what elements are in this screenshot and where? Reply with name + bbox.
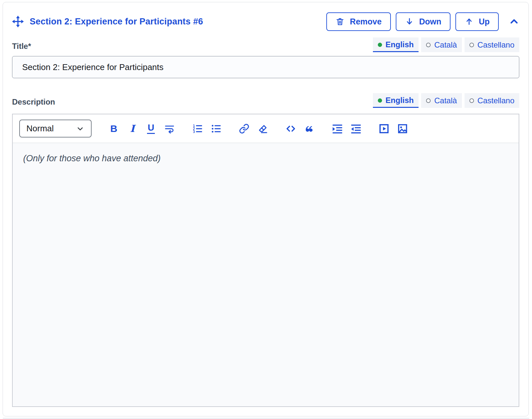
section-header-actions: Remove Down Up (326, 12, 519, 31)
lang-tab-label: English (386, 40, 414, 49)
description-language-tabs: English Català Castellano (373, 93, 519, 108)
blockquote-icon (304, 123, 315, 134)
section-header-left: Section 2: Experience for Participants #… (12, 16, 203, 27)
remove-button-label: Remove (350, 17, 381, 26)
empty-circle-icon (426, 98, 431, 103)
chevron-down-icon (76, 124, 84, 133)
format-select[interactable]: Normal (19, 120, 92, 137)
section-card: Section 2: Experience for Participants #… (3, 2, 529, 416)
remove-button[interactable]: Remove (326, 12, 391, 31)
section-header: Section 2: Experience for Participants #… (12, 11, 519, 32)
empty-circle-icon (469, 43, 474, 47)
arrow-down-icon (405, 17, 414, 26)
link-button[interactable] (238, 123, 250, 135)
format-select-value: Normal (26, 123, 54, 134)
title-field-row: Title* English Català Castellano (12, 37, 519, 52)
title-lang-tab-catala[interactable]: Català (421, 37, 462, 52)
bullet-list-icon (211, 123, 221, 134)
outdent-button[interactable] (350, 123, 362, 135)
underline-button[interactable]: U (145, 123, 157, 135)
description-lang-tab-castellano[interactable]: Castellano (465, 93, 519, 108)
italic-icon: I (130, 124, 135, 134)
empty-circle-icon (469, 98, 474, 103)
ordered-list-button[interactable]: 1 2 3 (192, 123, 203, 135)
ordered-list-icon: 1 2 3 (192, 123, 203, 134)
indent-button[interactable] (332, 123, 343, 135)
bold-button[interactable]: B (108, 123, 120, 135)
empty-circle-icon (426, 43, 431, 47)
code-icon (286, 123, 296, 134)
section-title-heading: Section 2: Experience for Participants #… (30, 17, 203, 27)
editor-content-area[interactable]: (Only for those who have attended) (13, 143, 519, 406)
up-button-label: Up (479, 17, 490, 26)
chevron-up-icon (509, 16, 519, 27)
lang-tab-label: English (386, 96, 414, 105)
filled-dot-icon (378, 98, 382, 103)
title-input[interactable] (12, 56, 519, 78)
move-handle-icon[interactable] (12, 16, 24, 27)
title-lang-tab-castellano[interactable]: Castellano (465, 37, 519, 52)
image-icon (397, 123, 408, 134)
title-language-tabs: English Català Castellano (373, 37, 519, 52)
lang-tab-label: Català (434, 40, 457, 50)
editor-toolbar: Normal B I U (13, 114, 519, 143)
description-label: Description (12, 97, 55, 108)
description-lang-tab-english[interactable]: English (373, 93, 419, 108)
text-wrap-button[interactable] (164, 123, 175, 135)
collapse-section-control[interactable] (509, 16, 519, 27)
title-lang-tab-english[interactable]: English (373, 37, 419, 52)
down-button-label: Down (419, 17, 441, 26)
text-wrap-icon (164, 123, 175, 134)
code-button[interactable] (285, 123, 297, 135)
arrow-up-icon (465, 17, 474, 26)
video-button[interactable] (378, 123, 390, 135)
description-field-row: Description English Català Castellano (12, 93, 519, 108)
trash-icon (335, 17, 345, 26)
move-up-button[interactable]: Up (455, 12, 499, 31)
clear-format-button[interactable] (257, 123, 269, 135)
indent-icon (332, 123, 343, 134)
blockquote-button[interactable] (303, 123, 315, 135)
filled-dot-icon (378, 43, 382, 47)
move-down-button[interactable]: Down (396, 12, 451, 31)
lang-tab-label: Català (434, 96, 457, 105)
next-section-edge (3, 418, 529, 419)
image-button[interactable] (397, 123, 408, 135)
italic-button[interactable]: I (126, 123, 138, 135)
link-icon (239, 123, 249, 134)
eraser-icon (258, 123, 268, 134)
rich-text-editor: Normal B I U (12, 114, 519, 407)
editor-content-text: (Only for those who have attended) (23, 153, 161, 163)
underline-icon: U (147, 123, 155, 134)
bold-icon: B (110, 124, 117, 134)
lang-tab-label: Castellano (478, 40, 514, 50)
lang-tab-label: Castellano (478, 96, 514, 105)
title-label: Title* (12, 42, 31, 52)
video-icon (378, 123, 390, 134)
svg-text:3: 3 (193, 130, 195, 134)
bullet-list-button[interactable] (210, 123, 222, 135)
description-lang-tab-catala[interactable]: Català (421, 93, 462, 108)
outdent-icon (350, 123, 362, 134)
